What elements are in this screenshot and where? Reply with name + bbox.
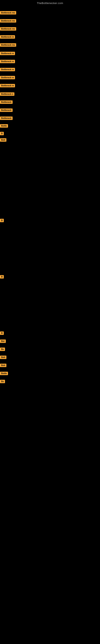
bottleneck-badge[interactable]: Bot <box>0 340 6 343</box>
bottleneck-badge[interactable]: Bottleneck <box>0 116 13 120</box>
bottleneck-badge[interactable]: Bottleneck res <box>0 19 16 22</box>
bottleneck-badge[interactable]: Bottleneck <box>0 100 13 104</box>
bottleneck-badge[interactable]: Bottleneck <box>0 108 13 112</box>
bottleneck-badge[interactable]: Bott <box>0 138 6 142</box>
bottleneck-badge[interactable]: Bott <box>0 364 6 367</box>
bottleneck-badge[interactable]: Bott <box>0 356 6 359</box>
bottleneck-badge[interactable]: Bottleneck re <box>0 76 15 79</box>
bottleneck-badge[interactable]: B <box>0 275 4 278</box>
bottleneck-badge[interactable]: Bottleneck n <box>0 92 14 96</box>
bottleneck-badge[interactable]: B <box>0 332 4 335</box>
bottleneck-badge[interactable]: Bottleneck res <box>0 11 16 14</box>
bottleneck-badge[interactable]: Bottle <box>0 124 8 128</box>
bottleneck-badge[interactable]: Bottleneck res <box>0 27 16 30</box>
bottleneck-badge[interactable]: Bo <box>0 348 5 351</box>
bottleneck-badge[interactable]: Bottleneck re <box>0 35 15 39</box>
bottleneck-badge[interactable]: Bottleneck re <box>0 68 15 71</box>
bottleneck-badge[interactable]: Bo <box>0 380 5 383</box>
bottleneck-badge[interactable]: Bottleneck re <box>0 84 15 87</box>
site-title: TheBottlenecker.com <box>0 0 100 6</box>
bottleneck-badge[interactable]: Bottleneck re <box>0 52 15 55</box>
bottleneck-badge[interactable]: Bottleneck res <box>0 43 16 47</box>
bottleneck-badge[interactable]: B <box>0 219 4 222</box>
bottleneck-badge[interactable]: Bottle <box>0 372 8 375</box>
bottleneck-badge[interactable]: B <box>0 132 4 135</box>
bottleneck-badge[interactable]: Bottleneck re <box>0 60 15 63</box>
